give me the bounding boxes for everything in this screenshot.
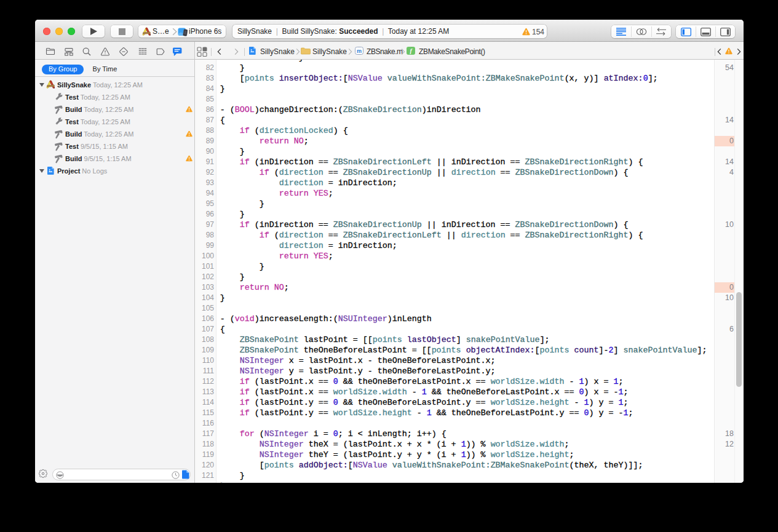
- svg-text:m: m: [357, 48, 362, 54]
